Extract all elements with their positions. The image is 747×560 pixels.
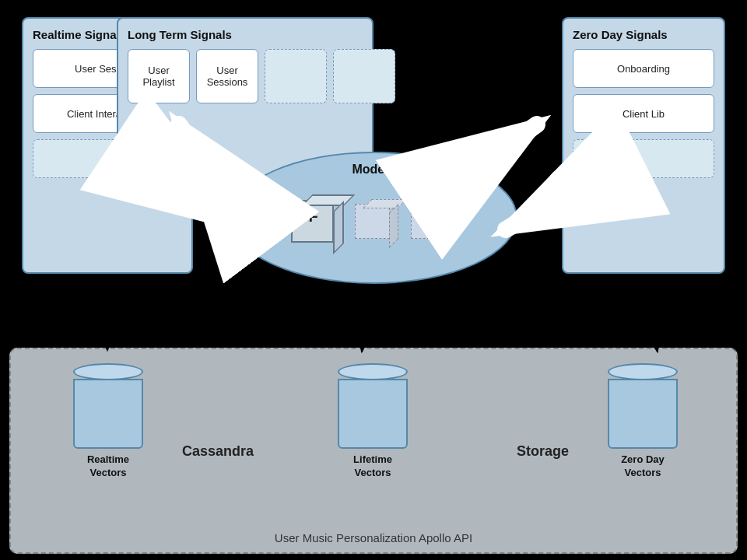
zeroday-onboarding-box: Onboarding xyxy=(573,49,714,88)
model-cube-3 xyxy=(411,204,456,249)
zeroday-client-lib-box: Client Lib xyxy=(573,94,714,133)
zeroday-signals-panel: Zero Day Signals Onboarding Client Lib xyxy=(562,17,725,274)
models-ellipse: Models CF xyxy=(230,152,517,284)
cylinder2-top xyxy=(338,363,408,380)
diagram-container: Realtime Signals User Sessions Client In… xyxy=(0,0,747,560)
longterm-extra-box-2 xyxy=(333,49,395,103)
model-cube-2 xyxy=(355,204,400,249)
zeroday-signals-title: Zero Day Signals xyxy=(573,28,714,41)
cylinder1-label: RealtimeVectors xyxy=(87,453,129,480)
longterm-extra-box-1 xyxy=(265,49,327,103)
longterm-user-sessions-box: User Sessions xyxy=(196,49,258,103)
models-cubes-container: CF xyxy=(291,200,456,253)
cylinder3-body xyxy=(608,379,678,449)
cylinder3-top xyxy=(608,363,678,380)
longterm-user-playlist-box: User Playlist xyxy=(128,49,190,103)
cylinder1-top xyxy=(73,363,143,380)
outer-storage-container: Cassandra Storage RealtimeVectors Lifeti… xyxy=(9,348,738,554)
cylinder1-body xyxy=(73,379,143,449)
longterm-signals-title: Long Term Signals xyxy=(128,28,363,41)
cylinder3-label: Zero DayVectors xyxy=(621,453,665,480)
cassandra-label: Cassandra xyxy=(182,443,254,459)
lifetime-vectors-cylinder: LifetimeVectors xyxy=(338,363,408,480)
realtime-vectors-cylinder: RealtimeVectors xyxy=(73,363,143,480)
cylinder2-body xyxy=(338,379,408,449)
zeroday-extra-box xyxy=(573,139,714,178)
cylinder2-label: LifetimeVectors xyxy=(353,453,392,480)
zeroday-vectors-cylinder: Zero DayVectors xyxy=(608,363,678,480)
models-title: Models xyxy=(352,163,395,177)
storage-label: Storage xyxy=(517,443,569,459)
cf-label: CF xyxy=(297,208,318,226)
cf-cube: CF xyxy=(291,200,344,253)
svg-line-5 xyxy=(640,280,658,352)
api-label: User Music Personalization Apollo API xyxy=(11,531,736,544)
svg-line-4 xyxy=(362,292,370,352)
